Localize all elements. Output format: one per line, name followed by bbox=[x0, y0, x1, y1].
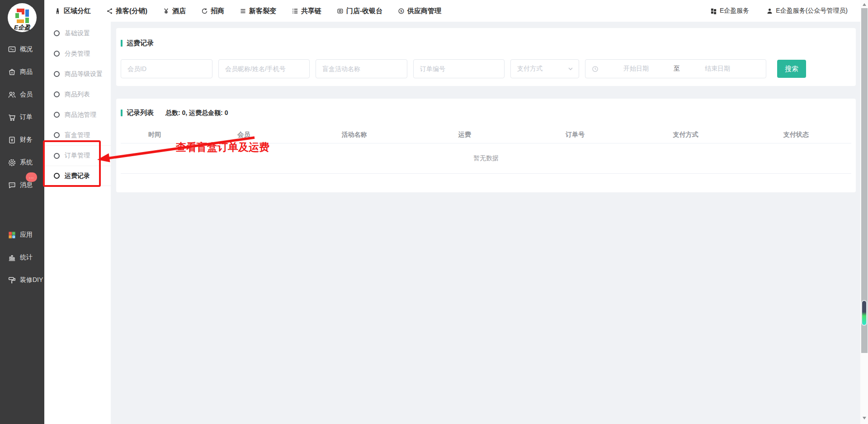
topnav-item-region-dividend[interactable]: 区域分红 bbox=[54, 7, 91, 15]
pay-method-select[interactable]: 支付方式 bbox=[510, 59, 579, 78]
column-header-freight: 运费 bbox=[410, 131, 520, 139]
topnav-label: 共享链 bbox=[301, 7, 321, 15]
grid-icon bbox=[710, 8, 717, 14]
empty-state: 暂无数据 bbox=[121, 143, 851, 174]
menu-lines-icon bbox=[240, 8, 246, 14]
account-menu[interactable]: E企盈服务(公众号管理员) bbox=[766, 7, 848, 15]
logo-icon: E企盈 bbox=[7, 3, 37, 33]
topnav-label: 酒店 bbox=[172, 7, 186, 15]
bar-chart-icon bbox=[8, 253, 16, 262]
member-id-input[interactable] bbox=[121, 59, 212, 78]
topnav-item-investment[interactable]: 招商 bbox=[201, 7, 224, 15]
topnav-label: 供应商管理 bbox=[407, 7, 441, 15]
topnav-item-supplier-management[interactable]: S 供应商管理 bbox=[398, 7, 441, 15]
column-header-activity: 活动名称 bbox=[299, 131, 409, 139]
brand-logo[interactable]: E企盈 bbox=[7, 3, 37, 34]
circle-icon bbox=[54, 30, 60, 36]
date-range-picker[interactable]: 开始日期 至 结束日期 bbox=[585, 59, 766, 78]
members-icon bbox=[8, 91, 16, 99]
submenu-label: 运费记录 bbox=[65, 172, 90, 180]
sidebar-item-label: 财务 bbox=[20, 136, 33, 144]
sidebar-item-statistics[interactable]: 统计 bbox=[0, 246, 44, 269]
submenu-item-blind-box-management[interactable]: 盲盒管理 bbox=[44, 125, 111, 145]
record-list-title: 记录列表 bbox=[127, 109, 154, 117]
freight-search-panel: 运费记录 支付方式 开始日期 至 结束日期 搜索 bbox=[116, 28, 856, 86]
circle-icon bbox=[54, 91, 60, 97]
logo-text: E企盈 bbox=[14, 24, 31, 31]
service-shortcut[interactable]: E企盈服务 bbox=[710, 7, 749, 15]
topnav-item-new-customer-fission[interactable]: 新客裂变 bbox=[240, 7, 276, 15]
sidebar-item-decoration-diy[interactable]: 装修DIY bbox=[0, 269, 44, 291]
submenu-label: 盲盒管理 bbox=[65, 131, 90, 139]
clock-icon bbox=[592, 66, 599, 72]
topnav-item-store-cashier[interactable]: 门店-收银台 bbox=[337, 7, 382, 15]
submenu-item-basic-settings[interactable]: 基础设置 bbox=[44, 23, 111, 43]
end-date-field[interactable]: 结束日期 bbox=[680, 65, 755, 73]
topnav-label: 新客裂变 bbox=[249, 7, 276, 15]
topnav-label: 区域分红 bbox=[64, 7, 91, 15]
topnav-label: 推客(分销) bbox=[116, 7, 147, 15]
sidebar-item-overview[interactable]: 概况 bbox=[0, 38, 44, 61]
circle-icon bbox=[54, 51, 60, 57]
submenu-item-freight-records[interactable]: 运费记录 bbox=[44, 166, 111, 186]
submenu-item-goods-list[interactable]: 商品列表 bbox=[44, 84, 111, 105]
order-no-input[interactable] bbox=[413, 59, 505, 78]
blindbox-activity-input[interactable] bbox=[316, 59, 407, 78]
cart-icon bbox=[8, 113, 16, 122]
submenu-item-category-management[interactable]: 分类管理 bbox=[44, 43, 111, 64]
submenu-item-goods-pool-management[interactable]: 商品池管理 bbox=[44, 105, 111, 125]
sidebar-item-label: 商品 bbox=[20, 68, 33, 76]
yen-icon bbox=[163, 8, 170, 14]
sidebar-item-label: 系统 bbox=[20, 158, 33, 167]
sidebar-item-goods[interactable]: 商品 bbox=[0, 61, 44, 83]
finance-icon bbox=[8, 136, 16, 144]
panel-title-row: 运费记录 bbox=[121, 39, 856, 48]
scroll-down-arrow-icon[interactable] bbox=[860, 415, 868, 421]
sidebar-item-label: 应用 bbox=[20, 231, 33, 239]
apps-icon bbox=[8, 231, 16, 239]
submenu-item-goods-level-settings[interactable]: 商品等级设置 bbox=[44, 64, 111, 84]
topnav-item-distribution[interactable]: 推客(分销) bbox=[106, 7, 147, 15]
secondary-sidebar: 基础设置 分类管理 商品等级设置 商品列表 商品池管理 盲盒管理 订单管理 运费… bbox=[44, 22, 111, 424]
submenu-label: 订单管理 bbox=[65, 152, 90, 160]
topnav-item-hotel[interactable]: 酒店 bbox=[163, 7, 186, 15]
start-date-field[interactable]: 开始日期 bbox=[599, 65, 674, 73]
column-header-member: 会员 bbox=[189, 131, 299, 139]
sidebar-item-label: 消息 bbox=[20, 181, 33, 189]
panel-title-row: 记录列表 bbox=[121, 109, 154, 117]
select-placeholder: 支付方式 bbox=[517, 65, 542, 73]
submenu-item-order-management[interactable]: 订单管理 bbox=[44, 145, 111, 166]
circle-icon bbox=[54, 71, 60, 77]
svg-text:S: S bbox=[400, 10, 402, 13]
sidebar-item-label: 概况 bbox=[20, 45, 33, 53]
record-list-title-row: 记录列表 总数: 0, 运费总金额: 0 bbox=[121, 109, 851, 117]
submenu-label: 分类管理 bbox=[65, 50, 90, 58]
share-icon bbox=[106, 8, 113, 14]
chevron-down-icon bbox=[568, 66, 573, 71]
vertical-scrollbar[interactable] bbox=[860, 0, 868, 424]
submenu-label: 商品池管理 bbox=[65, 111, 96, 119]
user-icon bbox=[766, 8, 773, 14]
empty-text: 暂无数据 bbox=[473, 154, 499, 162]
sidebar-item-apps[interactable]: 应用 bbox=[0, 224, 44, 246]
column-header-pay-method: 支付方式 bbox=[630, 131, 741, 139]
scroll-up-arrow-icon[interactable] bbox=[860, 1, 868, 8]
record-summary: 总数: 0, 运费总金额: 0 bbox=[165, 109, 228, 117]
submenu-label: 商品列表 bbox=[65, 91, 90, 99]
record-list-panel: 记录列表 总数: 0, 运费总金额: 0 时间 会员 活动名称 运费 订单号 支… bbox=[116, 99, 856, 192]
sidebar-item-orders[interactable]: 订单 bbox=[0, 106, 44, 129]
topnav-item-share-chain[interactable]: 共享链 bbox=[292, 7, 321, 15]
sidebar-item-members[interactable]: 会员 bbox=[0, 83, 44, 106]
topbar-right-group: E企盈服务 E企盈服务(公众号管理员) bbox=[710, 7, 860, 15]
sidebar-item-messages[interactable]: 消息 ... bbox=[0, 174, 44, 196]
member-nickname-input[interactable] bbox=[218, 59, 310, 78]
app-window: 区域分红 推客(分销) 酒店 招商 新客裂变 共享链 门店-收银台 S 供应商管 bbox=[0, 0, 868, 424]
service-label: E企盈服务 bbox=[720, 7, 749, 15]
search-form: 支付方式 开始日期 至 结束日期 搜索 bbox=[121, 59, 856, 78]
search-button[interactable]: 搜索 bbox=[777, 60, 806, 78]
sidebar-item-finance[interactable]: 财务 bbox=[0, 129, 44, 151]
sidebar-item-system[interactable]: 系统 bbox=[0, 151, 44, 174]
column-header-order-no: 订单号 bbox=[520, 131, 630, 139]
topnav-label: 招商 bbox=[211, 7, 224, 15]
records-table: 时间 会员 活动名称 运费 订单号 支付方式 支付状态 暂无数据 bbox=[121, 126, 851, 174]
